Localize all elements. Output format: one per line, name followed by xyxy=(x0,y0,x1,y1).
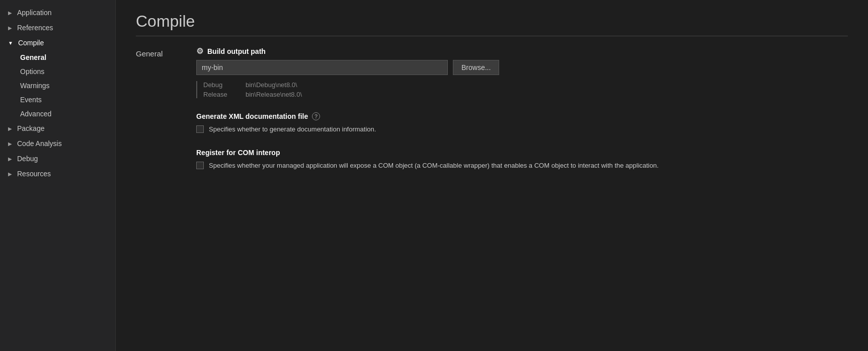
browse-button[interactable]: Browse... xyxy=(453,60,499,75)
generate-xml-label-row: Generate XML documentation file ? xyxy=(196,112,848,120)
page-title: Compile xyxy=(116,0,868,36)
gear-icon: ⚙ xyxy=(196,46,203,56)
chevron-right-icon: ▶ xyxy=(8,141,12,147)
build-output-input[interactable] xyxy=(196,60,448,75)
sidebar-item-code-analysis[interactable]: ▶ Code Analysis xyxy=(0,136,115,151)
sidebar-item-code-analysis-label: Code Analysis xyxy=(17,139,62,148)
sidebar-item-advanced[interactable]: Advanced xyxy=(0,107,115,121)
build-output-group: ⚙ Build output path Browse... Debug bin\… xyxy=(196,46,848,98)
register-com-label: Register for COM interop xyxy=(196,149,280,157)
chevron-down-icon: ▼ xyxy=(8,40,13,46)
build-output-label-row: ⚙ Build output path xyxy=(196,46,848,56)
main-content: Compile General ⚙ Build output path Brow… xyxy=(116,0,868,351)
generate-xml-section: Generate XML documentation file ? Specif… xyxy=(196,112,848,134)
sidebar-item-general[interactable]: General xyxy=(0,50,115,64)
chevron-right-icon: ▶ xyxy=(8,126,12,131)
sidebar-item-warnings-label: Warnings xyxy=(20,82,50,90)
config-row-release: Release bin\Release\net8.0\ xyxy=(203,91,848,98)
sidebar: ▶ Application ▶ References ▼ Compile Gen… xyxy=(0,0,116,351)
sidebar-item-debug-label: Debug xyxy=(17,155,38,163)
config-debug-val: bin\Debug\net8.0\ xyxy=(246,81,297,89)
sidebar-item-options-label: Options xyxy=(20,67,44,76)
section-label: General xyxy=(136,46,176,170)
chevron-right-icon: ▶ xyxy=(8,156,12,162)
register-com-label-row: Register for COM interop xyxy=(196,149,848,157)
sidebar-item-package[interactable]: ▶ Package xyxy=(0,121,115,136)
sidebar-item-resources-label: Resources xyxy=(17,170,51,178)
help-icon[interactable]: ? xyxy=(312,112,320,120)
register-com-checkbox[interactable] xyxy=(196,162,204,169)
config-release-val: bin\Release\net8.0\ xyxy=(246,91,302,98)
sidebar-item-application-label: Application xyxy=(17,9,52,17)
sidebar-item-advanced-label: Advanced xyxy=(20,110,51,118)
content-area: General ⚙ Build output path Browse... De… xyxy=(116,36,868,180)
config-row-debug: Debug bin\Debug\net8.0\ xyxy=(203,81,848,89)
config-debug-key: Debug xyxy=(203,81,233,89)
sidebar-item-resources[interactable]: ▶ Resources xyxy=(0,166,115,181)
sidebar-item-package-label: Package xyxy=(17,124,44,132)
sidebar-item-references[interactable]: ▶ References xyxy=(0,20,115,35)
config-release-key: Release xyxy=(203,91,233,98)
generate-xml-desc: Specifies whether to generate documentat… xyxy=(209,124,376,134)
chevron-right-icon: ▶ xyxy=(8,25,12,31)
sidebar-item-compile[interactable]: ▼ Compile xyxy=(0,35,115,50)
register-com-section: Register for COM interop Specifies wheth… xyxy=(196,149,848,171)
sidebar-item-debug[interactable]: ▶ Debug xyxy=(0,151,115,166)
config-table: Debug bin\Debug\net8.0\ Release bin\Rele… xyxy=(196,81,848,98)
sidebar-item-general-label: General xyxy=(20,53,46,61)
sidebar-item-compile-label: Compile xyxy=(18,39,44,47)
chevron-right-icon: ▶ xyxy=(8,10,12,16)
sidebar-item-events-label: Events xyxy=(20,96,42,104)
generate-xml-checkbox[interactable] xyxy=(196,125,204,133)
section-body: ⚙ Build output path Browse... Debug bin\… xyxy=(196,46,848,170)
register-com-desc: Specifies whether your managed applicati… xyxy=(209,161,659,171)
sidebar-compile-children: General Options Warnings Events Advanced xyxy=(0,50,115,121)
sidebar-item-events[interactable]: Events xyxy=(0,93,115,107)
sidebar-item-references-label: References xyxy=(17,24,53,32)
sidebar-item-application[interactable]: ▶ Application xyxy=(0,5,115,20)
register-com-checkbox-row: Specifies whether your managed applicati… xyxy=(196,161,848,171)
sidebar-item-warnings[interactable]: Warnings xyxy=(0,79,115,93)
sidebar-item-options[interactable]: Options xyxy=(0,64,115,79)
input-row: Browse... xyxy=(196,60,848,75)
generate-xml-checkbox-row: Specifies whether to generate documentat… xyxy=(196,124,848,134)
generate-xml-label: Generate XML documentation file xyxy=(196,112,308,120)
chevron-right-icon: ▶ xyxy=(8,171,12,177)
build-output-label: Build output path xyxy=(207,47,266,55)
